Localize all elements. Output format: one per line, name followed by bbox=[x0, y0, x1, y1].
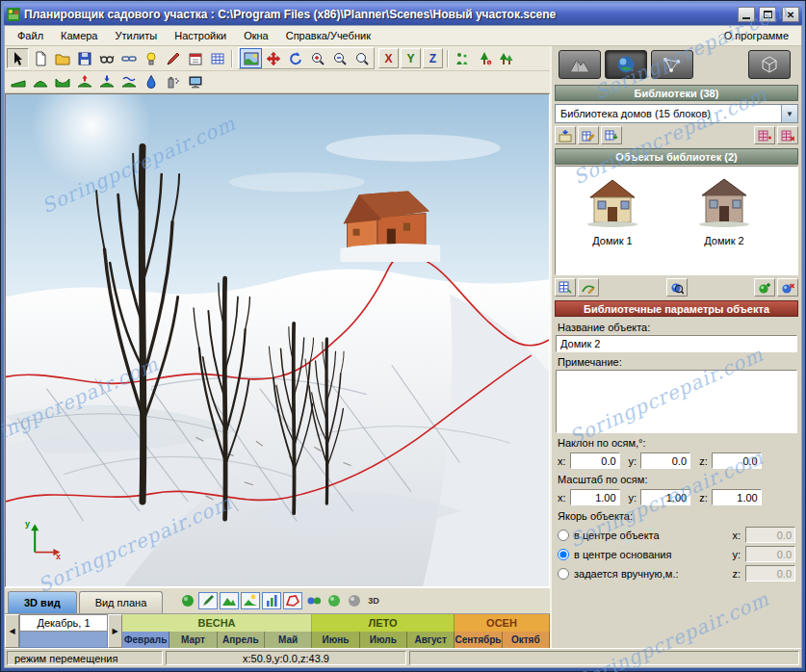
terrain-flat-button[interactable] bbox=[7, 72, 29, 92]
object-remove-button[interactable] bbox=[777, 278, 798, 297]
scale-z-input[interactable] bbox=[712, 489, 762, 505]
zoom-out-button[interactable] bbox=[328, 48, 351, 68]
y-axis-button[interactable]: Y bbox=[401, 48, 421, 68]
draw-button[interactable] bbox=[162, 48, 184, 68]
minimize-button[interactable] bbox=[738, 7, 755, 22]
timeline-prev-button[interactable]: ◀ bbox=[5, 614, 19, 648]
title-bar[interactable]: Планировщик садового участка : C:\Progra… bbox=[4, 4, 802, 25]
axis-x-label: x bbox=[56, 552, 61, 561]
tilt-z-input[interactable] bbox=[712, 452, 762, 469]
library-save-button[interactable] bbox=[601, 126, 622, 144]
month-may[interactable]: Май bbox=[265, 632, 312, 649]
object-place-button[interactable] bbox=[754, 278, 775, 297]
light-button[interactable] bbox=[140, 48, 162, 68]
menu-file[interactable]: Файл bbox=[9, 27, 52, 44]
object-curve-button[interactable] bbox=[578, 278, 599, 297]
airbrush-button[interactable] bbox=[162, 72, 184, 92]
link-button[interactable] bbox=[117, 48, 140, 68]
z-axis-button[interactable]: Z bbox=[423, 48, 443, 68]
open-scene-button[interactable] bbox=[51, 48, 73, 68]
calendar-button[interactable] bbox=[184, 48, 206, 68]
zoom-in-button[interactable] bbox=[306, 48, 328, 68]
menu-camera[interactable]: Камера bbox=[52, 27, 106, 44]
frame-terrain-button[interactable] bbox=[220, 592, 239, 609]
chart-frame-icon bbox=[264, 593, 279, 608]
person-button[interactable] bbox=[451, 48, 473, 68]
spheres-button[interactable] bbox=[304, 592, 323, 609]
timeline-next-button[interactable]: ▶ bbox=[108, 614, 122, 648]
tab-3d-view[interactable]: 3D вид bbox=[8, 591, 77, 613]
terrain-raise-button[interactable] bbox=[73, 72, 95, 92]
month-august[interactable]: Август bbox=[407, 632, 455, 649]
list-item-house2[interactable]: Домик 2 bbox=[671, 171, 777, 270]
scale-x-input[interactable] bbox=[570, 489, 620, 505]
month-february[interactable]: Февраль bbox=[122, 632, 169, 649]
terrain-smooth-button[interactable] bbox=[117, 72, 140, 92]
table-button[interactable] bbox=[206, 48, 228, 68]
tab-plan-view[interactable]: Вид плана bbox=[79, 591, 164, 613]
month-june[interactable]: Июнь bbox=[312, 632, 359, 649]
save-scene-button[interactable] bbox=[73, 48, 95, 68]
library-edit-button[interactable] bbox=[578, 126, 599, 144]
pan-view-button[interactable] bbox=[240, 48, 262, 68]
shaded-ball-button[interactable] bbox=[325, 592, 343, 609]
render-quality-button[interactable] bbox=[178, 592, 196, 609]
anchor-row-manual: задается вручную,м.: z: bbox=[558, 565, 795, 582]
new-scene-button[interactable] bbox=[29, 48, 51, 68]
maximize-button[interactable] bbox=[759, 7, 776, 22]
water-button[interactable] bbox=[140, 72, 162, 92]
screen-button[interactable] bbox=[184, 72, 206, 92]
move-view-button[interactable] bbox=[262, 48, 284, 68]
month-september[interactable]: Сентябрь bbox=[455, 632, 502, 649]
menu-help[interactable]: Справка/Учебник bbox=[277, 27, 379, 44]
view-glasses-button[interactable] bbox=[95, 48, 117, 68]
terrain-lower-button[interactable] bbox=[95, 72, 117, 92]
wireframe-mode-button[interactable] bbox=[651, 50, 693, 79]
3d-scene[interactable] bbox=[6, 94, 549, 586]
tilt-x-input[interactable] bbox=[570, 452, 620, 469]
close-button[interactable]: ✕ bbox=[782, 7, 799, 22]
block-delete-button[interactable] bbox=[777, 126, 798, 144]
box-mode-button[interactable] bbox=[748, 50, 791, 79]
month-july[interactable]: Июль bbox=[360, 632, 407, 649]
library-new-button[interactable] bbox=[555, 126, 576, 144]
block-add-button[interactable] bbox=[754, 126, 775, 144]
library-select-arrow[interactable]: ▼ bbox=[781, 105, 797, 122]
object-name-input[interactable] bbox=[556, 335, 797, 352]
note-textarea[interactable] bbox=[556, 370, 797, 433]
list-item-house1[interactable]: Домик 1 bbox=[559, 171, 665, 270]
menu-about[interactable]: О программе bbox=[715, 27, 797, 44]
month-march[interactable]: Март bbox=[169, 632, 217, 649]
rotate-view-button[interactable] bbox=[284, 48, 306, 68]
menu-utilities[interactable]: Утилиты bbox=[107, 27, 167, 44]
menu-windows[interactable]: Окна bbox=[235, 27, 277, 44]
gray-ball-button[interactable] bbox=[345, 592, 363, 609]
frame-chart-button[interactable] bbox=[262, 592, 281, 609]
terrain-hill-button[interactable] bbox=[29, 72, 51, 92]
object-grid-button[interactable] bbox=[555, 278, 576, 297]
frame-light-button[interactable] bbox=[241, 592, 260, 609]
anchor-center-object-radio[interactable] bbox=[558, 530, 569, 541]
month-april[interactable]: Апрель bbox=[218, 632, 265, 649]
texture-mode-button[interactable] bbox=[605, 50, 647, 79]
object-preview-button[interactable] bbox=[666, 278, 688, 297]
select-tool-button[interactable] bbox=[7, 48, 29, 68]
scale-y-input[interactable] bbox=[640, 489, 690, 505]
month-october[interactable]: Октяб bbox=[503, 632, 550, 649]
two-spheres-icon bbox=[306, 593, 322, 608]
rock-mode-button[interactable] bbox=[559, 50, 601, 79]
anchor-manual-radio[interactable] bbox=[558, 568, 569, 580]
zoom-extents-button[interactable] bbox=[351, 48, 373, 68]
anchor-center-base-radio[interactable] bbox=[558, 549, 569, 560]
view-options-icons: 3D bbox=[178, 592, 379, 613]
plant-single-button[interactable]: 1 bbox=[473, 48, 495, 68]
tilt-y-input[interactable] bbox=[640, 452, 690, 469]
x-axis-button[interactable]: X bbox=[378, 48, 399, 68]
menu-settings[interactable]: Настройки bbox=[166, 27, 235, 44]
frame-edit-button[interactable] bbox=[198, 592, 218, 609]
axis-y-label: y bbox=[25, 519, 30, 529]
library-select[interactable]: Библиотека домов (15 блоков) ▼ bbox=[555, 104, 798, 123]
plant-group-button[interactable] bbox=[495, 48, 517, 68]
terrain-valley-button[interactable] bbox=[51, 72, 73, 92]
frame-outline-button[interactable] bbox=[283, 592, 302, 609]
